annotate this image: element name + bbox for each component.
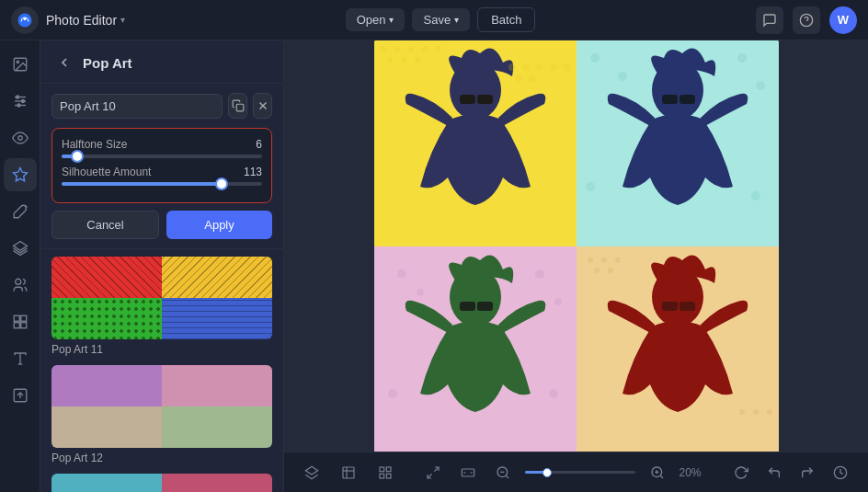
copy-preset-button[interactable] bbox=[228, 93, 247, 119]
topbar-right: W bbox=[756, 6, 857, 34]
aspect-icon[interactable] bbox=[455, 460, 481, 486]
image-tool-button[interactable] bbox=[4, 48, 37, 81]
svg-point-54 bbox=[751, 191, 760, 200]
shapes-tool-button[interactable] bbox=[4, 305, 37, 338]
svg-point-59 bbox=[397, 269, 406, 279]
back-button[interactable] bbox=[53, 51, 75, 74]
svg-point-75 bbox=[753, 409, 759, 415]
topbar: Photo Editor ▾ Open ▾ Save ▾ Batch W bbox=[0, 0, 868, 40]
halftone-label: Halftone Size bbox=[62, 138, 127, 151]
layers-tool-button[interactable] bbox=[4, 232, 37, 265]
preset-controls: Halftone Size 6 Silhouette Amount 113 bbox=[40, 84, 283, 249]
svg-point-70 bbox=[601, 257, 607, 263]
brush-tool-button[interactable] bbox=[4, 195, 37, 228]
main-area: Pop Art Halftone Siz bbox=[0, 40, 868, 492]
slider-section: Halftone Size 6 Silhouette Amount 113 bbox=[51, 128, 272, 203]
avatar[interactable]: W bbox=[829, 6, 857, 34]
svg-point-14 bbox=[15, 279, 20, 284]
zoom-in-icon[interactable] bbox=[645, 460, 670, 486]
grid-bottom-icon[interactable] bbox=[372, 460, 398, 486]
svg-point-41 bbox=[550, 63, 557, 71]
eye-tool-button[interactable] bbox=[4, 121, 37, 154]
svg-point-8 bbox=[16, 96, 18, 98]
effects-tool-button[interactable] bbox=[4, 158, 37, 191]
redo-icon[interactable] bbox=[794, 460, 820, 486]
halftone-track bbox=[62, 154, 262, 158]
group-tool-button[interactable] bbox=[4, 269, 37, 302]
list-item[interactable]: Pop Art 11 bbox=[51, 257, 272, 356]
app-logo bbox=[11, 6, 39, 34]
list-item[interactable]: Pop Art 13 bbox=[51, 474, 272, 492]
adjust-tool-button[interactable] bbox=[4, 85, 37, 118]
svg-point-42 bbox=[564, 63, 571, 71]
preset-name-row bbox=[51, 93, 272, 119]
topbar-center: Open ▾ Save ▾ Batch bbox=[125, 7, 756, 32]
preset-name-input[interactable] bbox=[51, 94, 223, 119]
cancel-button[interactable]: Cancel bbox=[51, 211, 159, 239]
svg-point-4 bbox=[17, 61, 18, 63]
app-title[interactable]: Photo Editor ▾ bbox=[46, 13, 125, 28]
svg-rect-78 bbox=[343, 467, 354, 478]
silhouette-thumb[interactable] bbox=[215, 177, 228, 190]
refresh-icon[interactable] bbox=[728, 460, 754, 486]
silhouette-track bbox=[62, 182, 262, 186]
svg-point-29 bbox=[408, 46, 414, 51]
svg-point-28 bbox=[394, 46, 400, 51]
silhouette-fill bbox=[62, 182, 222, 186]
batch-button[interactable]: Batch bbox=[477, 7, 535, 32]
silhouette-value: 113 bbox=[244, 166, 262, 178]
svg-line-85 bbox=[434, 467, 439, 472]
svg-point-63 bbox=[388, 389, 397, 398]
silhouette-slider-row: Silhouette Amount 113 bbox=[62, 166, 262, 186]
help-button[interactable] bbox=[793, 6, 820, 34]
svg-point-38 bbox=[508, 63, 516, 71]
undo-icon[interactable] bbox=[761, 460, 787, 486]
popart-11-thumbnail bbox=[51, 257, 272, 339]
popart-12-thumbnail bbox=[51, 365, 272, 448]
text-tool-button[interactable] bbox=[4, 342, 37, 375]
silhouette-label: Silhouette Amount bbox=[62, 166, 151, 178]
canvas-area: 20% bbox=[284, 40, 868, 492]
svg-rect-83 bbox=[380, 474, 384, 478]
fit-icon[interactable] bbox=[420, 460, 446, 486]
svg-rect-16 bbox=[20, 315, 26, 321]
panel-title: Pop Art bbox=[83, 55, 270, 71]
zoom-percent: 20% bbox=[680, 466, 707, 479]
svg-rect-82 bbox=[386, 467, 391, 472]
svg-rect-17 bbox=[14, 323, 19, 328]
svg-point-33 bbox=[401, 57, 406, 63]
svg-rect-68 bbox=[680, 302, 695, 311]
close-preset-button[interactable] bbox=[253, 93, 272, 119]
svg-point-61 bbox=[535, 269, 544, 279]
chat-button[interactable] bbox=[756, 6, 783, 34]
bottom-bar-left bbox=[299, 460, 398, 486]
canvas-viewport[interactable] bbox=[284, 40, 868, 452]
svg-point-69 bbox=[588, 257, 593, 263]
apply-button[interactable]: Apply bbox=[166, 211, 272, 239]
popart-cell-1 bbox=[374, 40, 577, 246]
svg-point-53 bbox=[586, 182, 595, 191]
zoom-out-icon[interactable] bbox=[490, 460, 516, 486]
zoom-track[interactable] bbox=[525, 471, 635, 474]
save-button[interactable]: Save ▾ bbox=[412, 8, 470, 31]
layers-bottom-icon[interactable] bbox=[299, 460, 325, 486]
svg-point-32 bbox=[387, 57, 393, 63]
open-button[interactable]: Open ▾ bbox=[346, 8, 405, 31]
preset-thumbnail-list: Pop Art 11 Pop Art 12 bbox=[40, 249, 283, 492]
export-tool-button[interactable] bbox=[4, 379, 37, 412]
svg-rect-15 bbox=[14, 315, 19, 321]
svg-point-11 bbox=[17, 136, 22, 141]
svg-point-60 bbox=[417, 289, 424, 296]
svg-point-9 bbox=[21, 100, 24, 103]
list-item[interactable]: Pop Art 12 bbox=[51, 365, 272, 464]
bottom-bar: 20% bbox=[284, 452, 868, 492]
svg-point-40 bbox=[536, 63, 543, 71]
history-icon[interactable] bbox=[828, 460, 853, 486]
svg-point-76 bbox=[767, 409, 772, 415]
svg-point-44 bbox=[529, 74, 536, 82]
bottom-bar-center: 20% bbox=[413, 460, 714, 486]
halftone-thumb[interactable] bbox=[71, 150, 84, 163]
zoom-thumb[interactable] bbox=[542, 468, 552, 477]
transform-bottom-icon[interactable] bbox=[336, 460, 361, 486]
svg-rect-48 bbox=[680, 95, 695, 104]
